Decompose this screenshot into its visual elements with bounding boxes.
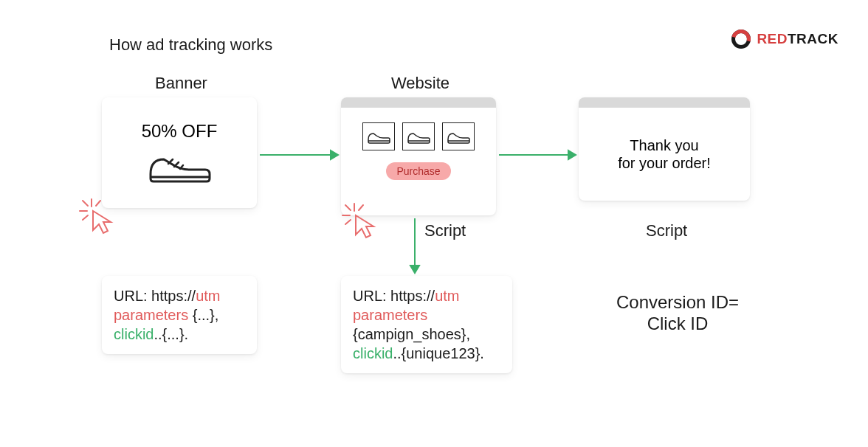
cursor-click-icon [74,192,118,236]
window-titlebar [341,97,496,108]
window-titlebar [579,97,750,108]
svg-marker-1 [331,150,338,159]
conversion-equation: Conversion ID= Click ID [596,292,759,335]
script-label-1: Script [424,221,466,240]
script-label-2: Script [646,221,687,240]
banner-label: Banner [155,74,207,93]
brand-logo: REDTRACK [731,30,838,49]
logo-mark-icon [731,30,751,49]
shoe-icon [146,145,213,185]
purchase-button[interactable]: Purchase [386,162,450,180]
page-title: How ad tracking works [109,35,272,55]
product-tile [442,122,475,150]
arrow-icon [497,148,577,162]
svg-marker-3 [568,150,576,159]
url-card-banner: URL: https://utm parameters {...}, click… [102,276,257,354]
svg-line-13 [345,205,351,210]
product-tile [402,122,435,150]
product-tile [362,122,395,150]
svg-line-10 [83,215,88,220]
svg-line-15 [345,220,351,224]
svg-line-8 [83,201,88,206]
cursor-click-icon [337,196,381,240]
banner-card: 50% OFF [102,97,257,208]
thankyou-card: Thank you for your order! [579,97,750,201]
product-row [341,108,496,158]
url-card-website: URL: https://utm parameters {campign_sho… [341,276,512,373]
arrow-icon [407,217,422,274]
thankyou-text: Thank you for your order! [579,108,750,201]
website-label: Website [391,74,450,93]
arrow-icon [258,148,340,162]
svg-line-9 [96,201,100,206]
shoe-icon [366,128,391,145]
shoe-icon [406,128,431,145]
shoe-icon [446,128,471,145]
svg-line-14 [359,205,363,210]
svg-marker-5 [410,266,419,273]
banner-offer-text: 50% OFF [142,121,218,142]
logo-text: REDTRACK [757,31,838,47]
